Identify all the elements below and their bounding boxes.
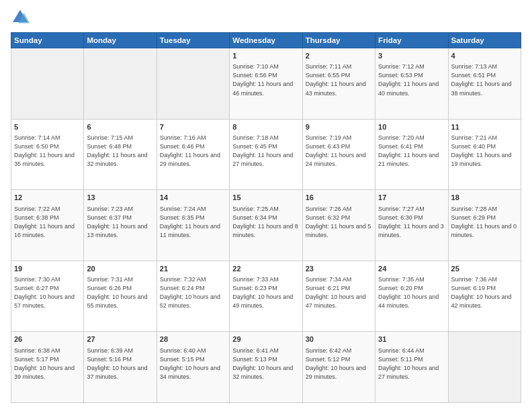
day-number: 12 [14,193,81,203]
day-number: 30 [306,334,372,345]
calendar-header-row: SundayMondayTuesdayWednesdayThursdayFrid… [11,33,521,48]
day-info: Sunrise: 7:25 AM Sunset: 6:34 PM Dayligh… [232,205,299,240]
day-info: Sunrise: 7:22 AM Sunset: 6:38 PM Dayligh… [14,205,81,240]
day-number: 18 [451,193,518,203]
calendar-cell: 28Sunrise: 6:40 AM Sunset: 5:15 PM Dayli… [157,332,229,403]
calendar-cell [84,48,157,120]
day-info: Sunrise: 6:44 AM Sunset: 5:11 PM Dayligh… [378,347,445,381]
calendar-cell: 6Sunrise: 7:15 AM Sunset: 6:48 PM Daylig… [84,119,157,190]
day-number: 6 [87,122,153,132]
day-info: Sunrise: 7:23 AM Sunset: 6:37 PM Dayligh… [87,205,153,240]
logo-icon [11,8,30,27]
day-number: 15 [232,193,299,203]
day-number: 16 [306,193,372,203]
day-info: Sunrise: 7:15 AM Sunset: 6:48 PM Dayligh… [87,134,153,169]
calendar-cell: 5Sunrise: 7:14 AM Sunset: 6:50 PM Daylig… [11,119,84,190]
calendar-cell: 25Sunrise: 7:36 AM Sunset: 6:19 PM Dayli… [448,261,521,332]
day-header-saturday: Saturday [448,33,521,48]
calendar-cell: 11Sunrise: 7:21 AM Sunset: 6:40 PM Dayli… [448,119,521,190]
day-number: 24 [378,264,445,274]
day-info: Sunrise: 7:33 AM Sunset: 6:23 PM Dayligh… [232,275,299,310]
day-header-sunday: Sunday [11,33,84,48]
calendar-cell: 22Sunrise: 7:33 AM Sunset: 6:23 PM Dayli… [230,261,302,332]
day-number: 17 [378,193,445,203]
calendar-cell: 17Sunrise: 7:27 AM Sunset: 6:30 PM Dayli… [375,190,448,261]
calendar-cell: 10Sunrise: 7:20 AM Sunset: 6:41 PM Dayli… [375,119,448,190]
calendar-cell: 2Sunrise: 7:11 AM Sunset: 6:55 PM Daylig… [302,48,375,120]
day-info: Sunrise: 7:12 AM Sunset: 6:53 PM Dayligh… [378,62,445,97]
calendar-cell: 9Sunrise: 7:19 AM Sunset: 6:43 PM Daylig… [302,119,375,190]
calendar-table: SundayMondayTuesdayWednesdayThursdayFrid… [11,32,521,403]
day-info: Sunrise: 7:28 AM Sunset: 6:29 PM Dayligh… [451,205,518,240]
day-number: 29 [232,334,299,345]
calendar-cell: 14Sunrise: 7:24 AM Sunset: 6:35 PM Dayli… [157,190,229,261]
day-info: Sunrise: 7:27 AM Sunset: 6:30 PM Dayligh… [378,205,445,240]
calendar-cell: 8Sunrise: 7:18 AM Sunset: 6:45 PM Daylig… [230,119,302,190]
calendar-cell: 4Sunrise: 7:13 AM Sunset: 6:51 PM Daylig… [448,48,521,120]
day-number: 9 [306,122,372,132]
day-number: 10 [378,122,445,132]
day-number: 25 [451,264,518,274]
calendar-cell: 20Sunrise: 7:31 AM Sunset: 6:26 PM Dayli… [84,261,157,332]
calendar-cell: 24Sunrise: 7:35 AM Sunset: 6:20 PM Dayli… [375,261,448,332]
day-info: Sunrise: 7:20 AM Sunset: 6:41 PM Dayligh… [378,134,445,169]
calendar-cell: 27Sunrise: 6:39 AM Sunset: 5:16 PM Dayli… [84,332,157,403]
day-info: Sunrise: 7:30 AM Sunset: 6:27 PM Dayligh… [14,275,81,310]
calendar-cell: 23Sunrise: 7:34 AM Sunset: 6:21 PM Dayli… [302,261,375,332]
day-info: Sunrise: 7:10 AM Sunset: 6:56 PM Dayligh… [232,62,299,97]
day-info: Sunrise: 7:13 AM Sunset: 6:51 PM Dayligh… [451,62,518,97]
day-number: 3 [378,51,445,61]
calendar-cell: 30Sunrise: 6:42 AM Sunset: 5:12 PM Dayli… [302,332,375,403]
day-info: Sunrise: 6:39 AM Sunset: 5:16 PM Dayligh… [87,347,153,381]
day-info: Sunrise: 7:11 AM Sunset: 6:55 PM Dayligh… [306,62,372,97]
day-info: Sunrise: 7:34 AM Sunset: 6:21 PM Dayligh… [306,275,372,310]
calendar-cell: 26Sunrise: 6:38 AM Sunset: 5:17 PM Dayli… [11,332,84,403]
day-info: Sunrise: 7:32 AM Sunset: 6:24 PM Dayligh… [160,275,226,310]
day-number: 1 [232,51,299,61]
calendar-cell: 3Sunrise: 7:12 AM Sunset: 6:53 PM Daylig… [375,48,448,120]
calendar-week-row: 5Sunrise: 7:14 AM Sunset: 6:50 PM Daylig… [11,119,521,190]
calendar-cell: 7Sunrise: 7:16 AM Sunset: 6:46 PM Daylig… [157,119,229,190]
day-info: Sunrise: 7:31 AM Sunset: 6:26 PM Dayligh… [87,275,153,310]
day-number: 14 [160,193,226,203]
calendar-cell: 12Sunrise: 7:22 AM Sunset: 6:38 PM Dayli… [11,190,84,261]
day-number: 13 [87,193,153,203]
day-number: 31 [378,334,445,345]
calendar-week-row: 12Sunrise: 7:22 AM Sunset: 6:38 PM Dayli… [11,190,521,261]
day-info: Sunrise: 7:26 AM Sunset: 6:32 PM Dayligh… [306,205,372,240]
day-number: 26 [14,334,81,345]
calendar-cell: 18Sunrise: 7:28 AM Sunset: 6:29 PM Dayli… [448,190,521,261]
day-header-thursday: Thursday [302,33,375,48]
day-info: Sunrise: 7:21 AM Sunset: 6:40 PM Dayligh… [451,134,518,169]
day-info: Sunrise: 6:42 AM Sunset: 5:12 PM Dayligh… [306,347,372,381]
calendar-cell: 29Sunrise: 6:41 AM Sunset: 5:13 PM Dayli… [230,332,302,403]
header [11,8,521,27]
day-header-tuesday: Tuesday [157,33,229,48]
day-info: Sunrise: 6:41 AM Sunset: 5:13 PM Dayligh… [232,347,299,381]
calendar-cell: 21Sunrise: 7:32 AM Sunset: 6:24 PM Dayli… [157,261,229,332]
day-number: 27 [87,334,153,345]
day-number: 21 [160,264,226,274]
day-info: Sunrise: 7:16 AM Sunset: 6:46 PM Dayligh… [160,134,226,169]
day-info: Sunrise: 7:19 AM Sunset: 6:43 PM Dayligh… [306,134,372,169]
calendar-cell: 1Sunrise: 7:10 AM Sunset: 6:56 PM Daylig… [230,48,302,120]
day-number: 4 [451,51,518,61]
day-info: Sunrise: 7:36 AM Sunset: 6:19 PM Dayligh… [451,275,518,310]
day-info: Sunrise: 7:14 AM Sunset: 6:50 PM Dayligh… [14,134,81,169]
calendar-cell [448,332,521,403]
day-info: Sunrise: 7:18 AM Sunset: 6:45 PM Dayligh… [232,134,299,169]
day-number: 7 [160,122,226,132]
day-info: Sunrise: 7:35 AM Sunset: 6:20 PM Dayligh… [378,275,445,310]
day-header-friday: Friday [375,33,448,48]
calendar-cell: 19Sunrise: 7:30 AM Sunset: 6:27 PM Dayli… [11,261,84,332]
day-number: 2 [306,51,372,61]
day-number: 28 [160,334,226,345]
day-number: 11 [451,122,518,132]
day-header-monday: Monday [84,33,157,48]
calendar-week-row: 26Sunrise: 6:38 AM Sunset: 5:17 PM Dayli… [11,332,521,403]
day-header-wednesday: Wednesday [230,33,302,48]
calendar-cell: 13Sunrise: 7:23 AM Sunset: 6:37 PM Dayli… [84,190,157,261]
day-info: Sunrise: 7:24 AM Sunset: 6:35 PM Dayligh… [160,205,226,240]
day-info: Sunrise: 6:38 AM Sunset: 5:17 PM Dayligh… [14,347,81,381]
day-info: Sunrise: 6:40 AM Sunset: 5:15 PM Dayligh… [160,347,226,381]
